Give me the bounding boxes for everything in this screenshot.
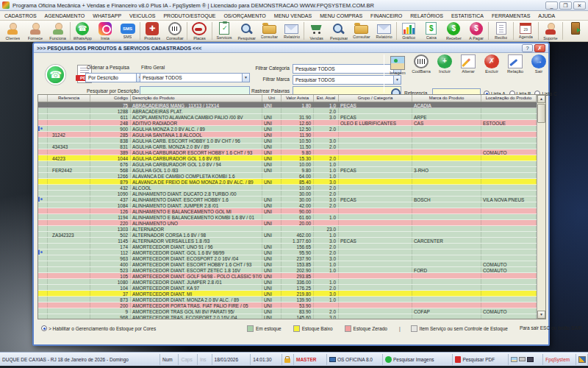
toolbar-button-relat-rio[interactable]: Relatório <box>281 21 304 41</box>
table-row[interactable]: 112AMORTECEDOR DIANT. GOL 1.6 8V 98/99UN… <box>38 250 537 255</box>
table-row[interactable]: 75ABRACADEIRAS MANG . 11X13 / 12X14UNI1,… <box>38 102 537 108</box>
table-row[interactable]: 37AMORTECEDOR DIANT. MIUNI219,803,0 <box>38 291 537 297</box>
toolbar-button-servicos[interactable]: Servicos <box>213 21 236 41</box>
toolbar-button-a-pagar[interactable]: $A Pagar <box>465 21 488 41</box>
table-row[interactable]: 104AMORTECEDOR DIANT. KA 97UNI176,252,0 <box>38 285 537 291</box>
table-row[interactable]: 389AGULHA CARBURADOR ESCORT HOBBY 1.6 CH… <box>38 149 537 155</box>
printer-icon[interactable] <box>519 357 526 361</box>
menu-item-estatistica[interactable]: ESTATISTICA <box>451 13 484 18</box>
menu-item-os-or-amento[interactable]: OS/ORÇAMENTO <box>223 13 265 18</box>
table-row[interactable]: 1090ALINHAMENTO DIANT. DUCATO 2.8 TURBO … <box>38 191 537 197</box>
table-row[interactable]: 900AGULHA MONZA 2.0 8V ALC. / 89UNI12,50… <box>38 126 537 132</box>
toolbar-button-caixa[interactable]: $Caixa <box>420 21 442 41</box>
toolbar-button-suporte[interactable]: Suporte <box>539 21 562 41</box>
table-row[interactable]: 963AMORTECEDOR DIANT. ECOSPORT 2.0 16V /… <box>38 255 537 261</box>
menu-item-ferramentas[interactable]: FERRAMENTAS <box>492 13 530 18</box>
table-row[interactable]: 523AMORTECEDOR DIANT. ESCORT ZETEC 1.8 1… <box>38 267 537 273</box>
table-row[interactable]: 200AMORTECEDOR PORTA TRAS. FIAT PALIO FI… <box>38 302 537 308</box>
toolbar-button-recibo[interactable]: Recibo <box>490 21 512 41</box>
table-row[interactable]: 838AGULHA CARB. ESCORT HOBBY 1.0 8V CHT … <box>38 138 537 144</box>
whatsapp-icon[interactable]: ☎ <box>46 65 65 85</box>
incluir-button[interactable]: +Incluir <box>434 54 456 75</box>
table-row[interactable]: 248ADITIVO RADIADORUNI12,60OLEO E LUBRIF… <box>38 120 537 126</box>
table-row[interactable]: 1266ALAVANCA DE CAMBIO COMPLETA KOMBI 1.… <box>38 173 537 179</box>
table-row[interactable]: 1145ALTERNADOR VERSAILLES 1.8 /931.377,6… <box>38 238 537 244</box>
sair-button[interactable]: →Sair <box>528 54 550 75</box>
restore-button[interactable]: ❐ <box>559 1 572 10</box>
menu-item-veiculos[interactable]: VEICULOS <box>129 13 155 18</box>
menu-item-produto-estoque[interactable]: PRODUTO/ESTOQUE <box>163 13 215 18</box>
table-row[interactable]: 1303ALTERNADOR23,0 <box>38 226 537 232</box>
table-row[interactable]: 434343831AGULHA CARB. MONZA 2.0 8V / 89U… <box>38 144 537 149</box>
toolbar-button-sair[interactable] <box>564 21 587 41</box>
table-row[interactable]: 1288ABRACADEIRAS PLAT.2,0 <box>38 108 537 114</box>
table-row[interactable]: 611ACOPLAMENTO ALAVANCA CAMBIO PALIO /00… <box>38 114 537 120</box>
table-row[interactable]: 442231044AGULHA CARBURADOR GOL 1.6 8V /9… <box>38 155 537 161</box>
relação-button[interactable]: Relação <box>504 54 526 75</box>
vertical-scrollbar[interactable]: ▲ ▼ <box>537 95 545 319</box>
stock-color-toggle[interactable]: > Habilitar o Gerenciamento do Estoque p… <box>35 325 247 331</box>
general-filter-select[interactable]: Pesquisar TODOS ▼ <box>140 73 250 82</box>
table-row[interactable]: 432ALCOOL10,002,0 <box>38 185 537 191</box>
toolbar-button-relat-rio[interactable]: Relatório <box>373 21 395 41</box>
image-icon[interactable] <box>511 357 517 362</box>
menu-item-whatsapp[interactable]: WHATSAPP <box>93 13 121 18</box>
table-row[interactable]: 220ALINHAMENTO UNOUNI20,00 <box>38 220 537 226</box>
table-row[interactable]: 1194ALINHAMENTO E BALANCEAMENTO KOMBI 1.… <box>38 214 537 220</box>
codbarra-button[interactable]: CodBarra <box>410 54 432 75</box>
order-search-select[interactable]: Por Descrição ▼ <box>85 73 144 82</box>
menu-item-ajuda[interactable]: AJUDA <box>538 13 555 18</box>
brand-filter-select[interactable]: Pesquisar TODOS ▼ <box>293 75 401 85</box>
toolbar-button-produtos[interactable]: ✚Produtos <box>141 21 164 41</box>
menu-item-menu-vendas[interactable]: MENU VENDAS <box>274 13 312 18</box>
table-row[interactable]: 31242285AGULHA SANTANA 1.8 ALCOOLUNI11,9… <box>38 132 537 138</box>
scrollbar-thumb[interactable] <box>537 104 545 123</box>
monitor-icon[interactable] <box>527 357 534 362</box>
toolbar-button-sms[interactable]: SMSSMS <box>116 21 139 41</box>
toolbar-button-consultar[interactable]: Consultar <box>351 21 373 41</box>
dialog-close-button[interactable]: ✗ <box>534 44 545 52</box>
table-row[interactable]: 174AMORTECEDOR DIANT. UNO 91 / 96UNI156,… <box>38 244 537 250</box>
table-row[interactable]: 1084ALINHAMENTO DIANT. JUMPER 2.8 /01UNI… <box>38 202 537 208</box>
menu-item-agendamento[interactable]: AGENDAMENTO <box>45 13 85 18</box>
scroll-up-button[interactable]: ▲ <box>537 95 545 103</box>
table-row[interactable]: 400AMORTECEDOR DIANT. ESCORT HOBBY 1.6 C… <box>38 261 537 267</box>
status-pesquisar-imagens[interactable]: Pesquisar Imagens <box>383 354 453 365</box>
imagem-button[interactable]: Imagem <box>387 54 409 75</box>
minimize-button[interactable]: _ <box>545 1 558 10</box>
table-row[interactable]: 676AGULHA CARBURADOR GOL 1.0 8V / 94UNI1… <box>38 161 537 167</box>
table-row[interactable]: 126ALINHAMENTO E BALANCEAMENTO GOL MIUNI… <box>38 208 537 214</box>
scroll-down-button[interactable]: ▼ <box>537 311 545 319</box>
table-row[interactable]: ZA342323502ALTERNADOR CORSA 1.6 8V / 98U… <box>38 232 537 238</box>
toolbar-button-gr-fico[interactable]: Gráfico <box>398 21 420 41</box>
close-button[interactable]: ✕ <box>573 1 586 10</box>
toolbar-button-consultar[interactable]: Consultar <box>258 21 281 41</box>
dialog-help-button[interactable]: ? <box>522 44 533 52</box>
status-pesquisar-pdf[interactable]: Pesquisar PDF <box>453 354 509 365</box>
toolbar-button-vendas[interactable]: Vendas <box>305 21 328 41</box>
menu-item-financeiro[interactable]: FINANCEIRO <box>370 13 402 18</box>
toolbar-button-clientes[interactable]: Clientes <box>1 21 24 41</box>
table-row[interactable]: 1080AMORTECEDOR DIANT. JUMPER 2.8 /01UNI… <box>38 279 537 285</box>
excluir-button[interactable]: ✗Excluir <box>481 54 503 75</box>
menu-item-menu-compras[interactable]: MENU COMPRAS <box>320 13 362 18</box>
table-row[interactable]: FER2442568AGULHA GOL 1.0 /83UNI9,801,0PE… <box>38 167 537 173</box>
category-filter-select[interactable]: Pesquisar TODOS ▼ <box>293 64 401 74</box>
toolbar-button-funciona[interactable]: Funciona <box>46 21 69 41</box>
toolbar-button-agenda[interactable]: 29Agenda <box>514 21 537 41</box>
table-row[interactable]: 437ALINHAMENTO DIANT. ESCORT HOBBY 1.6UN… <box>38 197 537 202</box>
menu-item-cadastros[interactable]: CADASTROS <box>4 13 37 18</box>
table-row[interactable]: 9AMORTECEDOR TRAS GOL MI 8V/ PARATI 95/U… <box>38 308 537 314</box>
table-row[interactable]: 879ALAVANCA DE FREIO DE MAO MONZA 2.0 8V… <box>38 179 537 185</box>
toolbar-button-fornece[interactable]: Fornece <box>24 21 47 41</box>
toolbar-button-pesquisar[interactable]: Pesquisar <box>328 21 351 41</box>
table-row[interactable]: 968AMORTECEDOR TRAS. ECOSPORT 2.0 16V /0… <box>38 314 537 319</box>
toolbar-button-whatsapp[interactable]: ☎WhatsApp <box>71 21 94 41</box>
table-row[interactable]: 873AMORTECEDOR DIANT. MONZA 2.0 8V ALC. … <box>38 297 537 302</box>
toolbar-button-insta[interactable]: Insta <box>94 21 117 41</box>
toolbar-button-placas[interactable]: Placas <box>188 21 211 41</box>
alterar-button[interactable]: Alterar <box>457 54 479 75</box>
toolbar-button-receber[interactable]: $Receber <box>442 21 465 41</box>
toolbar-button-consultar[interactable]: Consultar <box>163 21 186 41</box>
toolbar-button-pesquisar[interactable]: Pesquisar <box>235 21 258 41</box>
